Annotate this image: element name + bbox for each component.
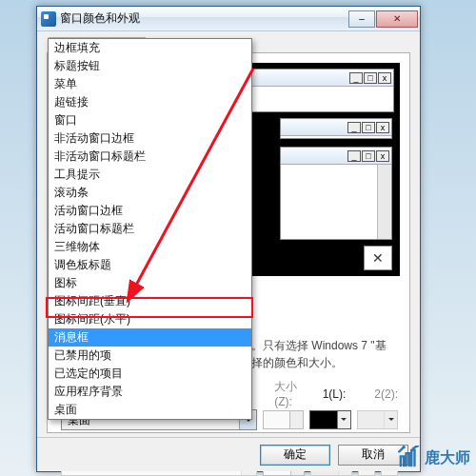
size-z-label: 大小(Z): <box>274 379 308 408</box>
preview-max-icon: □ <box>362 122 375 133</box>
preview-close-icon: x <box>376 122 389 133</box>
preview-min-icon: _ <box>347 150 361 162</box>
dropdown-option[interactable]: 调色板标题 <box>49 256 251 274</box>
preview-close-icon: x <box>378 72 391 84</box>
dropdown-option[interactable]: 图标 <box>49 274 251 292</box>
preview-close-icon: x <box>376 150 389 162</box>
watermark: 鹿大师 <box>396 446 470 470</box>
dropdown-option[interactable]: 菜单 <box>49 75 251 93</box>
dialog-footer: 确定 取消 <box>37 437 420 471</box>
item-dropdown-list[interactable]: 边框填充标题按钮菜单超链接窗口非活动窗口边框非活动窗口标题栏工具提示滚动条活动窗… <box>48 38 252 420</box>
chevron-down-icon[interactable] <box>337 411 350 428</box>
color2-picker <box>357 410 398 429</box>
theme-preview: _ □ x _ □ x _ □ x <box>238 63 400 276</box>
minimize-button[interactable]: – <box>348 10 375 28</box>
preview-msgbox-x-icon: ✕ <box>365 247 391 269</box>
dropdown-option[interactable]: 图标间距(垂直) <box>49 292 251 310</box>
chevron-down-icon <box>384 411 397 428</box>
preview-client-window: _ □ x <box>280 147 392 240</box>
dropdown-option[interactable]: 工具提示 <box>49 166 251 184</box>
dropdown-option[interactable]: 消息框 <box>49 328 251 347</box>
preview-max-icon: □ <box>362 150 375 162</box>
preview-titlebar-2: _ □ x <box>281 119 391 136</box>
color2-label: 2(2): <box>374 387 398 401</box>
svg-point-1 <box>403 446 406 448</box>
app-icon <box>41 11 56 27</box>
watermark-text: 鹿大师 <box>425 448 470 468</box>
dropdown-option[interactable]: 滚动条 <box>49 184 251 202</box>
hint-text: 主题。只有选择 Windows 7 "基 处选择的颜色和大小。 <box>228 337 398 371</box>
dropdown-option[interactable]: 标题按钮 <box>49 57 251 75</box>
color1-picker[interactable] <box>309 410 350 429</box>
preview-active-titlebar: _ □ x <box>280 118 392 139</box>
preview-titlebar-3: _ □ x <box>281 148 391 165</box>
dropdown-option[interactable]: 窗口 <box>49 111 251 129</box>
dropdown-option[interactable]: 边框填充 <box>49 39 251 57</box>
dropdown-option[interactable]: 已禁用的项 <box>49 347 251 365</box>
size-z-spinner[interactable] <box>263 410 304 429</box>
dropdown-option[interactable]: 活动窗口边框 <box>49 202 251 220</box>
color1-label: 1(L): <box>323 387 347 401</box>
dropdown-option[interactable]: 已选定的项目 <box>49 365 251 383</box>
preview-inactive-window: _ □ x <box>244 69 394 112</box>
dropdown-option[interactable]: 桌面 <box>49 401 251 419</box>
dropdown-option[interactable]: 超链接 <box>49 93 251 111</box>
preview-msgbox: ✕ <box>364 246 392 270</box>
dropdown-option[interactable]: 非活动窗口边框 <box>49 129 251 148</box>
preview-max-icon: □ <box>364 72 377 84</box>
dropdown-option[interactable]: 图标间距(水平) <box>49 310 251 328</box>
dropdown-option[interactable]: 应用程序背景 <box>49 383 251 401</box>
dropdown-option[interactable]: 三维物体 <box>49 238 251 256</box>
close-button[interactable]: ✕ <box>376 10 418 28</box>
preview-titlebar-1: _ □ x <box>245 69 393 87</box>
dropdown-option[interactable]: 活动窗口标题栏 <box>49 220 251 238</box>
preview-scrollbar <box>377 165 391 239</box>
watermark-logo-icon <box>396 446 421 470</box>
dropdown-option[interactable]: 非活动窗口标题栏 <box>49 148 251 166</box>
preview-min-icon: _ <box>347 122 361 133</box>
titlebar[interactable]: 窗口颜色和外观 – ✕ <box>37 7 420 31</box>
window-title: 窗口颜色和外观 <box>60 10 347 27</box>
preview-min-icon: _ <box>349 72 363 84</box>
ok-button[interactable]: 确定 <box>260 445 330 466</box>
